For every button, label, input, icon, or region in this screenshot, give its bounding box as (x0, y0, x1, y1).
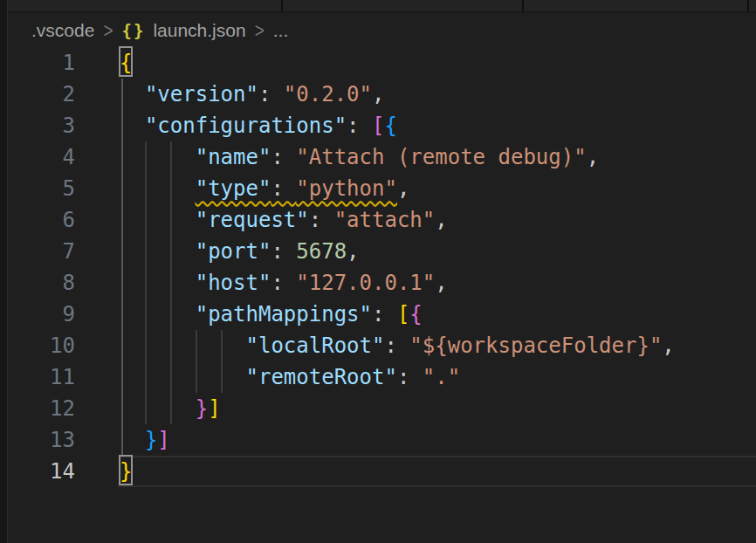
line-number[interactable]: 3 (7, 110, 75, 141)
code-line-text: "version": "0.2.0", (120, 79, 384, 110)
line-number[interactable]: 6 (7, 204, 75, 236)
line-number[interactable]: 8 (7, 267, 75, 299)
code-token: "host" (196, 271, 271, 295)
code-token: : (384, 333, 409, 358)
code-token: "type": "python" (196, 176, 397, 201)
code-line-text: { (120, 47, 132, 79)
code-token (120, 208, 196, 232)
bracket-match: } (120, 456, 132, 485)
line-number[interactable]: 2 (7, 79, 75, 110)
code-token: : (347, 113, 372, 138)
code-line-text: "type": "python", (120, 173, 409, 204)
code-token (120, 396, 196, 421)
line-number[interactable]: 5 (7, 173, 75, 204)
code-line[interactable]: 8 "host": "127.0.0.1", (7, 267, 756, 299)
breadcrumb-symbol-ellipsis[interactable]: ... (273, 20, 289, 41)
line-number[interactable]: 7 (7, 236, 75, 267)
chevron-right-icon: > (254, 18, 265, 43)
line-number[interactable]: 11 (7, 361, 75, 393)
code-line[interactable]: 1{ (7, 47, 756, 79)
code-line-text: } (120, 456, 132, 487)
code-token: , (397, 176, 409, 201)
code-token: , (435, 208, 447, 232)
code-token: 5678 (296, 239, 347, 264)
code-token: : (258, 82, 284, 107)
code-token: "request" (196, 208, 309, 232)
code-line[interactable]: 2 "version": "0.2.0", (7, 79, 756, 110)
code-token: "attach" (334, 208, 436, 232)
code-token: : (271, 239, 296, 264)
code-line[interactable]: 14} (7, 456, 756, 487)
code-token: "localRoot" (246, 333, 385, 358)
bracket-match: { (120, 47, 132, 76)
code-token: "version" (145, 82, 258, 107)
code-token (120, 428, 145, 452)
tab-separator (522, 0, 524, 11)
code-token: "${workspaceFolder}" (409, 333, 662, 358)
code-token (120, 333, 246, 358)
code-token: [ (372, 113, 384, 138)
code-token: "remoteRoot" (246, 365, 397, 389)
vscode-editor-window: .vscode > {} launch.json > ... 1{2 "vers… (0, 0, 756, 543)
code-token: ] (208, 396, 220, 421)
code-token (120, 239, 196, 264)
line-number[interactable]: 1 (7, 47, 75, 79)
code-token: : (271, 145, 296, 169)
code-token (120, 365, 246, 389)
code-token: "pathMappings" (196, 302, 372, 326)
code-token: "Attach (remote debug)" (296, 145, 586, 169)
code-token: { (384, 113, 396, 138)
code-token (120, 113, 145, 138)
code-line[interactable]: 10 "localRoot": "${workspaceFolder}", (7, 330, 756, 361)
code-line[interactable]: 9 "pathMappings": [{ (7, 299, 756, 330)
code-token: , (372, 82, 384, 107)
line-number[interactable]: 13 (7, 424, 75, 456)
code-line-text: "pathMappings": [{ (120, 299, 423, 330)
tab-separator (747, 0, 749, 11)
code-token: "name" (196, 145, 271, 169)
code-line[interactable]: 7 "port": 5678, (7, 236, 756, 267)
line-number[interactable]: 12 (7, 393, 75, 424)
tab-bar-strip[interactable] (8, 0, 756, 13)
code-token: : (271, 176, 296, 201)
code-line-text: }] (120, 424, 170, 456)
code-token: "python" (296, 176, 397, 201)
code-line[interactable]: 4 "name": "Attach (remote debug)", (7, 141, 756, 173)
code-token: , (347, 239, 359, 264)
code-line[interactable]: 3 "configurations": [{ (7, 110, 756, 141)
code-editor-area[interactable]: 1{2 "version": "0.2.0",3 "configurations… (7, 47, 756, 487)
line-number[interactable]: 4 (7, 141, 75, 173)
code-token: } (145, 428, 157, 452)
breadcrumb: .vscode > {} launch.json > ... (31, 15, 288, 46)
line-number[interactable]: 9 (7, 299, 75, 330)
code-token: "." (423, 365, 460, 389)
code-token: "configurations" (145, 113, 347, 138)
code-token: "type" (196, 176, 271, 201)
code-token: : (397, 365, 423, 389)
code-token: , (435, 271, 447, 295)
code-token: : (309, 208, 334, 232)
line-number[interactable]: 14 (7, 456, 75, 487)
code-line[interactable]: 12 }] (7, 393, 756, 424)
code-token: "port" (196, 239, 271, 264)
line-number[interactable]: 10 (7, 330, 75, 361)
code-line[interactable]: 5 "type": "python", (7, 173, 756, 204)
code-line[interactable]: 13 }] (7, 424, 756, 456)
code-line-text: "request": "attach", (120, 204, 448, 236)
code-line-text: "remoteRoot": "." (120, 361, 460, 393)
code-line-text: "port": 5678, (120, 236, 360, 267)
code-token: "0.2.0" (284, 82, 372, 107)
code-token (120, 82, 145, 107)
code-token (120, 176, 196, 201)
tab-separator (281, 0, 283, 11)
breadcrumb-file[interactable]: launch.json (153, 20, 245, 41)
code-line[interactable]: 6 "request": "attach", (7, 204, 756, 236)
breadcrumb-folder[interactable]: .vscode (31, 20, 94, 41)
code-line[interactable]: 11 "remoteRoot": "." (7, 361, 756, 393)
code-line-text: "host": "127.0.0.1", (120, 267, 448, 299)
code-token: , (587, 145, 599, 169)
code-token (120, 145, 196, 169)
code-token: ] (157, 428, 169, 452)
json-braces-icon: {} (121, 21, 145, 40)
code-line-text: "configurations": [{ (120, 110, 397, 141)
